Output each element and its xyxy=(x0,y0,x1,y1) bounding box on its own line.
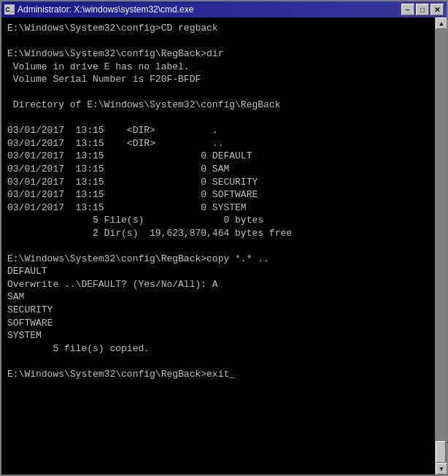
minimize-button[interactable]: − xyxy=(401,4,414,15)
title-bar: C_ Administrator: X:\windows\system32\cm… xyxy=(1,1,447,18)
cmd-window: C_ Administrator: X:\windows\system32\cm… xyxy=(0,0,448,476)
scrollbar-track[interactable] xyxy=(436,29,447,463)
scrollbar[interactable]: ▲ ▼ xyxy=(435,18,447,475)
scrollbar-thumb[interactable] xyxy=(436,441,446,463)
close-button[interactable]: ✕ xyxy=(430,4,444,15)
console-area: E:\Windows\System32\config>CD regback E:… xyxy=(1,18,447,475)
maximize-button[interactable]: □ xyxy=(416,4,429,15)
title-bar-left: C_ Administrator: X:\windows\system32\cm… xyxy=(4,4,193,15)
title-bar-buttons: − □ ✕ xyxy=(401,4,444,15)
scroll-up-button[interactable]: ▲ xyxy=(436,18,447,29)
scroll-down-button[interactable]: ▼ xyxy=(436,463,447,475)
cmd-icon: C_ xyxy=(4,4,15,15)
window-title: Administrator: X:\windows\system32\cmd.e… xyxy=(18,4,193,15)
console-output: E:\Windows\System32\config>CD regback E:… xyxy=(7,22,441,380)
